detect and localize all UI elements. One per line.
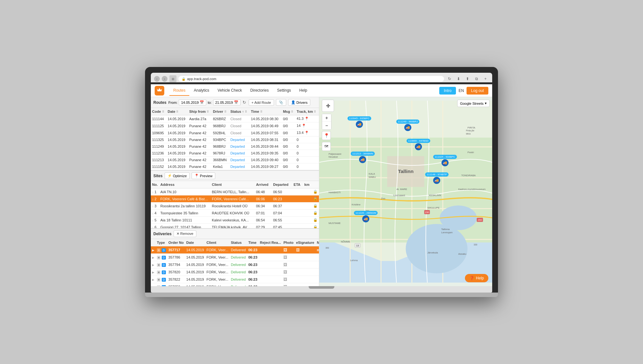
table-row[interactable]: 109695 14.05.2019 Punane 42 592BHL Close… [151,129,319,136]
del-col-photo[interactable]: Photo [282,239,295,246]
col-ship-from[interactable]: Ship from ⠿ [188,108,212,115]
more-button[interactable]: + [482,75,489,82]
map-marker-366bmn[interactable]: 111213 - 366BMN 🚚 [351,152,375,163]
nav-item-directories[interactable]: Directories [246,86,272,96]
del-col-date[interactable]: Date [185,239,205,246]
svg-text:PIRITA: PIRITA [467,126,476,129]
back-button[interactable]: ‹ [154,76,160,82]
table-row[interactable]: 111236 14.05.2019 Punane 42 9678RJ Depar… [151,150,319,157]
preview-icon: 📍 [194,174,199,178]
list-item[interactable]: ▶ ≡ D 357786 14.05.2019 FORK, Veer... De… [151,254,319,261]
zoom-in-button[interactable]: + [322,114,331,122]
delivery-client: FORK, Veer... [205,246,230,254]
sites-col-departed[interactable]: Departed [272,181,292,188]
list-item[interactable]: ▶ ≡ D 357822 14.05.2019 FORK, Veer... De… [151,276,319,283]
col-status[interactable]: Status ↑ ⠿ [229,108,250,115]
intro-button[interactable]: Intro [439,87,456,95]
map-marker-934bpc[interactable]: 111325 - 934BPC 🚚 [433,155,457,166]
table-row[interactable]: 111249 14.05.2019 Punane 42 968BRJ Depar… [151,143,319,150]
list-item[interactable]: ↕ 3 Roosikrantsi 2a tallinn 10119 Roosik… [151,203,319,210]
delivery-expand[interactable]: ▶ [151,276,156,283]
delivery-expand[interactable]: ▶ [151,283,156,286]
zoom-out-button[interactable]: − [322,122,331,129]
map-marker-935bpc[interactable]: 110945 - 935BPC 🚚 [347,116,371,128]
del-col-reject[interactable]: Reject Rea... [259,239,282,246]
sites-col-address[interactable]: Address [159,181,211,188]
list-item[interactable]: ▶ ≡ D 357820 14.05.2019 FORK, Veer... De… [151,269,319,276]
layer-button[interactable]: 🗺 [322,142,331,151]
list-item[interactable]: ↕ 1 AIA TN.10 BERN HOTELL, Tallin... 06:… [151,188,319,195]
from-date-button[interactable]: 14.05.2019 📅 [179,99,206,105]
optimize-button[interactable]: ⚡ Optimize [165,172,190,179]
share-button[interactable]: ⬆ [464,75,471,82]
map-marker-968brj[interactable]: 111249 - 968BRJ 🚚 [396,120,419,131]
preview-label: Preview [200,174,212,178]
list-item[interactable]: ↕ 4 Toompuiestee 35 Tallinn RAUDTEE KOHV… [151,210,319,217]
nav-item-settings[interactable]: Settings [273,86,295,96]
routes-label: Routes [153,100,167,105]
add-route-button[interactable]: + Add Route [249,99,274,106]
delivery-expand[interactable]: ▶ [151,269,156,276]
compass-button[interactable]: ✛ [322,100,334,112]
col-time[interactable]: Time ⠿ [250,108,282,115]
logout-button[interactable]: Log out [467,87,488,95]
drivers-button[interactable]: 👤 Drivers [288,99,311,106]
del-col-status[interactable]: Status [229,239,247,246]
map-style-select[interactable]: Google Streets ▾ [457,100,490,107]
site-address: Roosikrantsi 2a tallinn 10119 [159,203,211,210]
to-date-button[interactable]: 21.05.2019 📅 [213,99,241,105]
list-item[interactable]: ▶ ≡ D 357850 14.05.2019 FORK, Veer... De… [151,283,319,286]
duplicate-button[interactable]: ⧉ [473,75,480,82]
list-item[interactable]: ▶ ≡ D 357794 14.05.2019 FORK, Veer... De… [151,261,319,269]
reload-button[interactable]: ↻ [446,75,453,82]
col-msg[interactable]: Msg ⠿ [282,108,296,115]
del-col-order-no[interactable]: Order No [167,239,185,246]
del-col-client[interactable]: Client [205,239,230,246]
list-item[interactable]: ▶ ≡ D 357717 14.05.2019 FORK, Veer... De… [151,246,319,254]
help-button[interactable]: ❓ Help [465,274,488,282]
col-track[interactable]: Track, km ⠿ [296,108,319,115]
delivery-type: ≡ D [156,276,167,283]
list-item[interactable]: ↕ 2 FORK, Veerenni Café & Bistro OÜ VÕI.… [151,195,319,203]
site-eta [292,203,303,210]
nav-item-help[interactable]: Help [296,86,311,96]
sites-col-eta[interactable]: ETA [292,181,303,188]
table-row[interactable]: 111213 14.05.2019 Punane 42 366BMN Depar… [151,157,319,163]
location-button[interactable]: 📍 [322,131,331,140]
table-row[interactable]: 111125 14.05.2019 Punane 42 968BRJ Close… [151,122,319,129]
del-col-name[interactable]: Name [316,239,319,246]
del-col-esig[interactable]: eSignature [295,239,316,246]
col-code[interactable]: Code ⠿ [151,108,167,115]
delivery-expand[interactable]: ▶ [151,246,156,254]
del-col-type[interactable]: Type [156,239,167,246]
nav-item-vehicle-check[interactable]: Vehicle Check [214,86,246,96]
col-driver[interactable]: Driver ⠿ [212,108,229,115]
address-bar[interactable]: 🔒 app.track-pod.com [178,76,444,82]
map-marker-974btp[interactable]: 111148 - 974BTP 🚚 [425,172,449,184]
delivery-expand[interactable]: ▶ [151,254,156,261]
table-row[interactable]: 111325 14.05.2019 Punane 42 934BPC Depar… [151,136,319,143]
table-row[interactable]: 111152 14.05.2019 Punane 42 Keila1 Depar… [151,163,319,170]
download-button[interactable]: ⬇ [455,75,462,82]
forward-button[interactable]: › [162,76,167,82]
svg-text:HAABASTI: HAABASTI [329,191,341,194]
del-col-time[interactable]: Time [247,239,259,246]
sites-col-arrived[interactable]: Arrived [255,181,272,188]
delivery-expand[interactable]: ▶ [151,261,156,269]
sites-col-km[interactable]: km [303,181,312,188]
nav-item-routes[interactable]: Routes [169,86,189,96]
clip-button[interactable]: 📎 [276,99,286,106]
delivery-name [316,261,319,269]
sites-col-client[interactable]: Client [210,181,255,188]
map-marker-447bsd[interactable]: 110869 - 447BSD 🚚 [407,139,430,150]
lang-select[interactable]: EN [459,88,464,93]
map-marker-286mjm[interactable]: 111220 - 286MJM 🚚 [354,211,378,222]
col-date[interactable]: Date ⠿ [167,108,188,115]
remove-button[interactable]: ✕ Remove [174,230,196,237]
preview-button[interactable]: 📍 Preview [192,172,215,179]
refresh-button[interactable]: ↻ [242,99,247,105]
list-item[interactable]: ↕ 5 Aia 18 Tallinn 10111 Kalevi veekesku… [151,217,319,224]
nav-item-analytics[interactable]: Analytics [190,86,213,96]
sites-col-no[interactable]: No. [151,181,159,188]
table-row[interactable]: 111144 14.05.2019 Aardia 27a 826BRZ Clos… [151,115,319,122]
